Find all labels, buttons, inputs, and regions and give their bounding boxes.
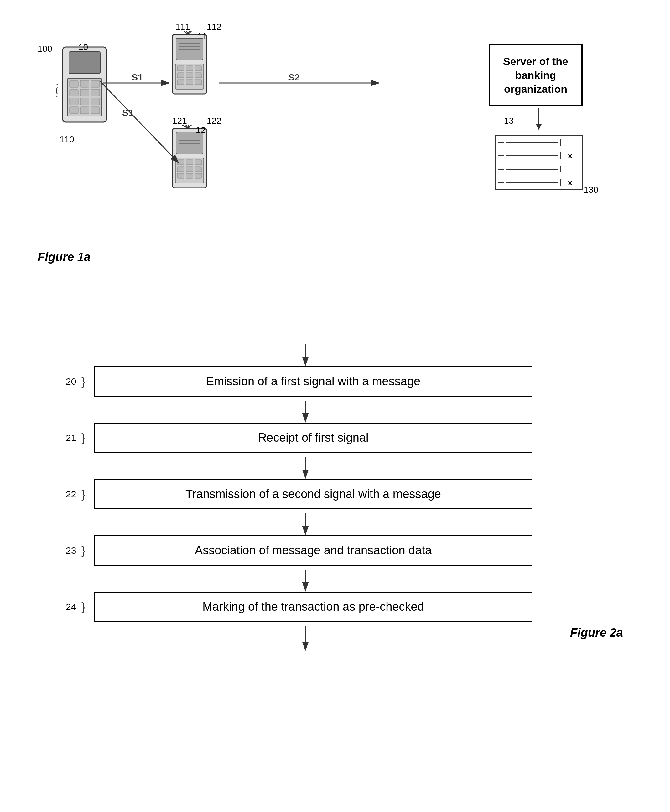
- svg-rect-7: [80, 89, 89, 96]
- flow-step-21-text: Receipt of first signal: [258, 431, 369, 444]
- data-table: x x: [495, 135, 583, 190]
- label-23: 23: [66, 545, 76, 556]
- label-111: 111: [175, 22, 190, 32]
- svg-rect-27: [195, 66, 202, 71]
- figure-1a-caption: Figure 1a: [37, 250, 91, 264]
- arrow-20-21: [298, 401, 313, 423]
- flow-step-24-container: 24 } Marking of the transaction as pre-c…: [63, 592, 564, 622]
- flow-step-22-container: 22 } Transmission of a second signal wit…: [63, 479, 564, 509]
- label-100: 100: [37, 44, 52, 54]
- flow-step-24-text: Marking of the transaction as pre-checke…: [202, 600, 424, 613]
- flow-step-22-text: Transmission of a second signal with a m…: [185, 487, 441, 501]
- label-122: 122: [207, 116, 222, 126]
- arrow-23-24: [298, 570, 313, 592]
- figure-1a: 100 10 110: [19, 12, 614, 294]
- label-13: 13: [504, 116, 514, 126]
- svg-line-62: [100, 81, 179, 163]
- table-x2: x: [568, 178, 572, 187]
- svg-rect-52: [195, 174, 202, 179]
- label-110: 110: [59, 135, 74, 145]
- svg-rect-46: [195, 160, 202, 165]
- svg-rect-3: [69, 81, 78, 87]
- svg-rect-9: [69, 98, 78, 105]
- flow-step-23-container: 23 } Association of message and transact…: [63, 535, 564, 566]
- svg-rect-4: [80, 81, 89, 87]
- figure-2a-caption: Figure 2a: [570, 626, 623, 640]
- svg-rect-50: [177, 174, 184, 179]
- svg-rect-10: [80, 98, 89, 105]
- server-text: Server of the banking organization: [490, 54, 581, 96]
- svg-rect-49: [195, 167, 202, 172]
- svg-rect-29: [186, 73, 193, 78]
- table-x1: x: [568, 151, 572, 160]
- svg-marker-54: [536, 124, 542, 130]
- svg-rect-25: [177, 66, 184, 71]
- label-130: 130: [584, 185, 598, 195]
- server-box: Server of the banking organization: [489, 44, 583, 106]
- svg-rect-12: [69, 107, 78, 114]
- flow-step-20-text: Emission of a first signal with a messag…: [206, 375, 420, 388]
- svg-rect-30: [195, 73, 202, 78]
- flow-step-21-container: 21 } Receipt of first signal: [63, 423, 564, 453]
- label-24: 24: [66, 602, 76, 612]
- label-21: 21: [66, 432, 76, 443]
- arrow-s1-bottom: S1: [91, 78, 188, 172]
- label-22: 22: [66, 489, 76, 500]
- flow-step-20-container: 20 } Emission of a first signal with a m…: [63, 366, 564, 397]
- svg-rect-1: [69, 52, 100, 74]
- top-entry-arrow: [298, 344, 313, 366]
- flow-step-23-text: Association of message and transaction d…: [195, 544, 431, 557]
- svg-text:S2: S2: [288, 74, 300, 82]
- svg-rect-6: [69, 89, 78, 96]
- svg-rect-26: [186, 66, 193, 71]
- server-arrow: [533, 108, 545, 133]
- svg-rect-33: [195, 79, 202, 84]
- bottom-exit-arrow: [298, 626, 313, 651]
- arrow-22-23: [298, 513, 313, 535]
- arrow-21-22: [298, 457, 313, 479]
- label-11: 11: [197, 31, 207, 41]
- label-112: 112: [207, 22, 222, 32]
- label-20: 20: [66, 376, 76, 387]
- label-10: 10: [78, 42, 88, 52]
- svg-rect-13: [80, 107, 89, 114]
- svg-text:S1: S1: [122, 107, 134, 118]
- svg-rect-51: [186, 174, 193, 179]
- label-12: 12: [196, 125, 205, 135]
- arrow-s2: S2: [219, 74, 388, 92]
